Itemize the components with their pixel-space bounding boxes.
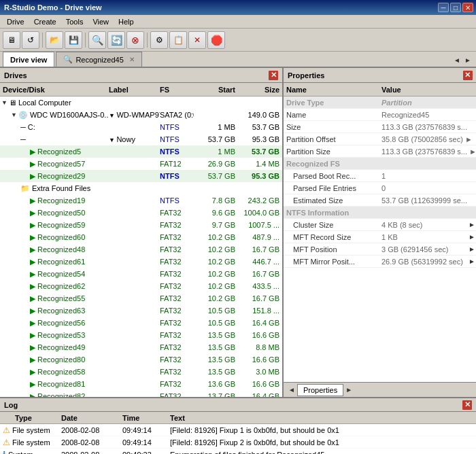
toolbar-refresh-btn[interactable]: ↺ [22, 31, 39, 49]
tree-row[interactable]: ─C:NTFS1 MB53.7 GB [0, 121, 282, 133]
tab-drive-view-label: Drive view [10, 56, 47, 64]
toolbar-sep1 [42, 33, 43, 48]
tree-row[interactable]: ▶Recognized50FAT329.6 GB1004.0 GB [0, 207, 282, 219]
tree-row[interactable]: ▶Recognized48FAT3210.2 GB16.7 GB [0, 243, 282, 256]
tree-row[interactable]: ▶Recognized5NTFS1 MB53.7 GB [0, 145, 282, 158]
prop-left-arrow[interactable]: ◄ [286, 385, 297, 396]
title-bar: R-Studio Demo - Drive view ─ □ ✕ [0, 0, 476, 15]
log-row: ℹSystem2008-02-0809:49:23Enumeration of … [0, 449, 476, 454]
prop-row: Parsed Boot Rec...1 [284, 170, 476, 182]
toolbar-delete-btn[interactable]: ✕ [188, 31, 206, 49]
log-table-header: Type Date Time Text [0, 412, 476, 424]
prop-row: Cluster Size4 KB (8 sec)► [284, 219, 476, 231]
tree-row[interactable]: ▶Recognized58FAT3213.5 GB3.0 MB [0, 366, 282, 378]
toolbar-log-btn[interactable]: 📋 [169, 31, 187, 49]
main-area: Drives ✕ Device/Disk Label FS Start Size… [0, 68, 476, 397]
tree-row[interactable]: ▶Recognized61FAT3210.2 GB446.7 ... [0, 256, 282, 268]
prop-row: MFT Mirror Posit...26.9 GB (56319992 sec… [284, 256, 476, 268]
log-row: ⚠File system2008-02-0809:49:14[FileId: 8… [0, 436, 476, 449]
log-time-header: Time [122, 414, 170, 422]
menu-help[interactable]: Help [114, 16, 138, 27]
tree-row[interactable]: ▶Recognized29NTFS53.7 GB95.3 GB [0, 170, 282, 182]
tree-row[interactable]: ▼💿WDC WD1600AAJS-0...▼ WD-WMAP97325...SA… [0, 109, 282, 121]
log-title: Log [4, 401, 18, 409]
log-type-header: Type [0, 414, 61, 422]
tab-recognized45[interactable]: 🔍 Recognized45 ✕ [56, 52, 141, 67]
tree-row[interactable]: ▶Recognized63FAT3210.5 GB151.8 ... [0, 304, 282, 317]
col-fs-header: FS [160, 86, 194, 94]
properties-panel-close[interactable]: ✕ [463, 71, 473, 80]
properties-tab[interactable]: Properties [297, 384, 343, 396]
drives-list: ▼🖥Local Computer▼💿WDC WD1600AAJS-0...▼ W… [0, 97, 282, 397]
col-device-header: Device/Disk [0, 86, 109, 94]
drives-panel-header: Drives ✕ [0, 68, 282, 83]
tab-drive-view[interactable]: Drive view [3, 52, 54, 67]
log-list: ⚠File system2008-02-0809:49:14[FileId: 8… [0, 424, 476, 454]
tree-row[interactable]: ▶Recognized49FAT3213.5 GB8.8 MB [0, 341, 282, 353]
drives-panel-close[interactable]: ✕ [269, 71, 278, 80]
toolbar-sep2 [85, 33, 86, 48]
properties-panel-title: Properties [288, 71, 324, 80]
toolbar-open-btn[interactable]: 📂 [46, 31, 63, 49]
prop-row: NTFS Information [284, 207, 476, 219]
tree-row[interactable]: ▶Recognized62FAT3210.2 GB433.5 ... [0, 280, 282, 292]
minimize-button[interactable]: ─ [438, 3, 449, 12]
tree-row[interactable]: ▶Recognized55FAT3210.2 GB16.7 GB [0, 292, 282, 304]
drives-panel: Drives ✕ Device/Disk Label FS Start Size… [0, 68, 284, 397]
menu-drive[interactable]: Drive [3, 16, 29, 27]
tree-row[interactable]: ▼🖥Local Computer [0, 97, 282, 109]
toolbar: 🖥 ↺ 📂 💾 🔍 🔄 ⊗ ⚙ 📋 ✕ 🛑 [0, 29, 476, 52]
tree-row[interactable]: ▶Recognized57FAT1226.9 GB1.4 MB [0, 158, 282, 170]
menu-create[interactable]: Create [30, 16, 61, 27]
tree-row[interactable]: ▶Recognized56FAT3210.5 GB16.4 GB [0, 317, 282, 329]
close-button[interactable]: ✕ [462, 3, 473, 12]
toolbar-stop-btn[interactable]: ⊗ [126, 31, 144, 49]
menu-tools[interactable]: Tools [62, 16, 88, 27]
log-area: Log ✕ Type Date Time Text ⚠File system20… [0, 397, 476, 454]
tree-row[interactable]: ▶Recognized19NTFS7.8 GB243.2 GB [0, 194, 282, 207]
prop-row: Size113.3 GB (237576839 s... [284, 121, 476, 133]
tree-row[interactable]: ▶Recognized82FAT3213.7 GB16.4 GB [0, 390, 282, 397]
properties-panel-header: Properties ✕ [284, 68, 476, 83]
tree-row[interactable]: ▶Recognized81FAT3213.6 GB16.6 GB [0, 378, 282, 390]
prop-row: Partition Offset35.8 GB (75002856 sec) ► [284, 133, 476, 145]
log-close[interactable]: ✕ [462, 400, 472, 410]
properties-panel: Properties ✕ Name Value Drive TypePartit… [284, 68, 476, 397]
toolbar-save-btn[interactable]: 💾 [65, 31, 82, 49]
toolbar-drive-btn[interactable]: 🖥 [3, 31, 20, 49]
tab-right-arrow[interactable]: ► [462, 54, 473, 65]
tree-row[interactable]: ─▼ NowyNTFS53.7 GB95.3 GB [0, 133, 282, 145]
app-title: R-Studio Demo - Drive view [4, 3, 102, 12]
tree-row[interactable]: ▶Recognized54FAT3210.2 GB16.7 GB [0, 268, 282, 280]
toolbar-scan-btn[interactable]: 🔍 [88, 31, 106, 49]
drives-table-header: Device/Disk Label FS Start Size [0, 83, 282, 97]
tree-row[interactable]: ▶Recognized80FAT3213.5 GB16.6 GB [0, 353, 282, 366]
drives-panel-title: Drives [4, 71, 27, 80]
prop-right-arrow[interactable]: ► [343, 385, 354, 396]
prop-row: Parsed File Entries0 [284, 182, 476, 194]
prop-row: Partition Size113.3 GB (237576839 s... ► [284, 145, 476, 158]
bottom-prop-bar: ◄ Properties ► [284, 382, 476, 397]
tab-left-arrow[interactable]: ◄ [452, 54, 462, 65]
toolbar-settings-btn[interactable]: ⚙ [150, 31, 168, 49]
prop-table-header: Name Value [284, 83, 476, 97]
prop-row: MFT Record Size1 KB► [284, 231, 476, 243]
tree-row[interactable]: ▶Recognized59FAT329.7 GB1007.5 ... [0, 219, 282, 231]
log-header: Log ✕ [0, 398, 476, 412]
tree-row[interactable]: ▶Recognized53FAT3213.5 GB16.6 GB [0, 329, 282, 341]
tree-row[interactable]: 📁Extra Found Files [0, 182, 282, 194]
prop-row: NameRecognized45 [284, 109, 476, 121]
toolbar-stop2-btn[interactable]: 🛑 [207, 31, 225, 49]
prop-row: Estimated Size53.7 GB (112639999 se... [284, 194, 476, 207]
tab-close-icon[interactable]: ✕ [129, 56, 135, 63]
log-date-header: Date [61, 414, 122, 422]
tree-row[interactable]: ▶Recognized60FAT3210.2 GB487.9 ... [0, 231, 282, 243]
prop-list: Drive TypePartitionNameRecognized45Size1… [284, 97, 476, 382]
prop-row: Drive TypePartition [284, 97, 476, 109]
maximize-button[interactable]: □ [450, 3, 461, 12]
log-row: ⚠File system2008-02-0809:49:14[FileId: 8… [0, 424, 476, 436]
prop-value-header: Value [381, 86, 474, 94]
menu-view[interactable]: View [88, 16, 113, 27]
toolbar-recover-btn[interactable]: 🔄 [107, 31, 125, 49]
toolbar-sep3 [147, 33, 148, 48]
